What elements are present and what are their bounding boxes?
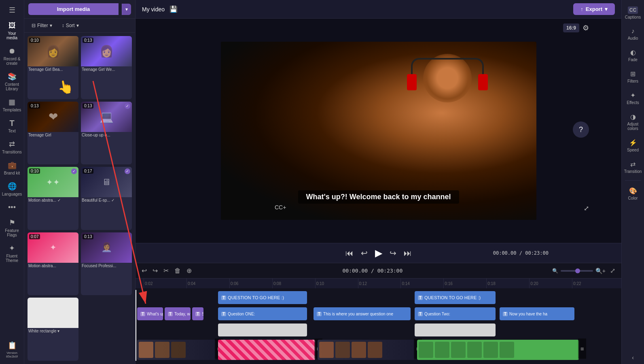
right-tool-fade[interactable]: ◐ Fade <box>623 45 643 65</box>
sidebar-item-feature-flags[interactable]: ⚑ Feature Flags <box>1 216 23 240</box>
filter-button[interactable]: ⊟ Filter ▾ <box>28 21 55 30</box>
expand-timeline-button[interactable]: ⤢ <box>609 266 616 276</box>
sidebar-item-text[interactable]: T Text <box>1 116 23 136</box>
media-item-7[interactable]: ✦ 0:07 Motion abstra... <box>28 232 78 296</box>
media-item-5[interactable]: ✦✦ 0:10 ✓ Motion abstra... ✓ <box>28 167 78 230</box>
clip-today[interactable]: T Today, w <box>165 307 191 320</box>
export-chevron-icon: ▾ <box>605 6 608 12</box>
right-tool-captions[interactable]: CC Captions <box>623 3 643 23</box>
media-item-3[interactable]: ❤ 0:13 Teenage Girl <box>28 102 78 165</box>
sidebar-item-more[interactable]: ••• <box>1 200 23 214</box>
help-button[interactable]: ? <box>573 121 589 138</box>
media-item-1[interactable]: 👩 0:10 Teenage Girl Bea... <box>28 36 78 99</box>
media-item-8[interactable]: 👩‍💼 0:13 Focused Professi... <box>81 232 132 296</box>
video-clip-green[interactable] <box>417 340 579 360</box>
video-clip-pink[interactable] <box>218 340 315 360</box>
right-tool-color[interactable]: 🎨 Color <box>623 184 643 204</box>
import-media-button[interactable]: Import media <box>28 3 119 15</box>
fast-forward-button[interactable]: ↪ <box>390 248 396 258</box>
sidebar-item-your-media[interactable]: 🖼 Your media <box>1 19 23 43</box>
sidebar-collapse-button[interactable]: ‹ <box>632 354 634 361</box>
right-tool-audio[interactable]: ♪ Audio <box>623 24 643 44</box>
time-display: 00:00.00 / 00:23:00 <box>493 250 549 256</box>
clip-whatsup[interactable]: T What's up? <box>137 307 163 320</box>
sidebar-item-version: 📋 Version 85e2b0f <box>1 338 23 361</box>
clip-now-you-have[interactable]: T Now you have the ha <box>500 307 574 320</box>
clip-question-2[interactable]: T QUESTION TO GO HERE :) <box>415 291 496 304</box>
export-button[interactable]: ↑ Export ▾ <box>573 3 615 15</box>
record-icon: ⏺ <box>8 47 17 55</box>
cut-button[interactable]: ✂ <box>162 266 170 276</box>
media-duration-1: 0:10 <box>29 38 40 43</box>
transition-label: Transition <box>624 169 642 174</box>
duplicate-button[interactable]: ⊕ <box>185 266 193 276</box>
filters-icon: ⊞ <box>630 70 636 78</box>
fullscreen-button[interactable]: ⤢ <box>584 204 589 212</box>
zoom-in-icon[interactable]: 🔍+ <box>595 268 606 274</box>
project-name[interactable]: My video <box>142 6 165 13</box>
media-label-1: Teenage Girl Bea... <box>28 66 78 73</box>
sidebar-hamburger[interactable]: ☰ <box>1 3 23 17</box>
right-tool-transition[interactable]: ⇄ Transition <box>623 157 643 177</box>
clip-answer-one[interactable]: T This is where you answer question one <box>314 307 411 320</box>
timeline-tracks[interactable]: T QUESTION TO GO HERE :) T QUESTION TO G… <box>136 288 621 364</box>
clip-s[interactable]: T S <box>192 307 203 320</box>
clip-question-two[interactable]: T Question Two: <box>415 307 496 320</box>
fluent-theme-icon: ✦ <box>8 244 17 253</box>
right-tool-speed[interactable]: ⚡ Speed <box>623 136 643 155</box>
media-item-6[interactable]: 🖥 0:17 ✓ Beautiful E-sp... ✓ <box>81 167 132 230</box>
sidebar-item-transitions[interactable]: ⇄ Transitions <box>1 137 23 157</box>
sidebar-item-brand-kit[interactable]: 💼 Brand kit <box>1 158 23 178</box>
redo-button[interactable]: ↪ <box>151 266 159 276</box>
media-item-9[interactable]: White rectangle ▾ <box>28 298 78 361</box>
delete-button[interactable]: 🗑 <box>173 266 182 276</box>
media-item-2[interactable]: 👩 0:13 Teenage Girl We... <box>81 36 132 99</box>
fluent-theme-label: Fluent Theme <box>3 254 21 263</box>
ruler-mark-2: 0:06 <box>229 279 272 288</box>
white-rect-2[interactable] <box>415 324 496 336</box>
captions-icon: CC <box>628 6 638 14</box>
zoom-out-icon[interactable]: 🔍 <box>552 268 558 274</box>
skip-forward-button[interactable]: ⏭ <box>404 249 412 258</box>
sidebar-item-record[interactable]: ⏺ Record & create <box>1 44 23 68</box>
ruler-mark-8: 0:18 <box>486 279 529 288</box>
media-item-4[interactable]: 💻 0:13 ✓ Close-up up o... <box>81 102 132 165</box>
right-tool-filters[interactable]: ⊞ Filters <box>623 67 643 87</box>
media-label-5: Motion abstra... ✓ <box>28 197 78 204</box>
clip-label-q2: QUESTION TO GO HERE :) <box>424 295 481 300</box>
main-content: My video 💾 ↑ Export ▾ 16:9 ⚙ <box>136 0 621 364</box>
undo-button[interactable]: ↩ <box>140 266 148 276</box>
rewind-button[interactable]: ↩ <box>361 248 368 258</box>
clip-question-one[interactable]: T Question ONE: <box>218 307 307 320</box>
sidebar-item-content-library[interactable]: 📚 Content Library <box>1 70 23 94</box>
video-clip-dark-1[interactable] <box>137 340 216 360</box>
sidebar-item-fluent-theme[interactable]: ✦ Fluent Theme <box>1 241 23 265</box>
brand-kit-icon: 💼 <box>8 161 17 170</box>
media-label-2: Teenage Girl We... <box>81 66 132 73</box>
right-tool-effects[interactable]: ✦ Effects <box>623 88 643 108</box>
settings-icon[interactable]: ⚙ <box>583 23 589 32</box>
adjust-colors-label: Adjust colors <box>625 122 642 131</box>
transition-icon: ⇄ <box>630 160 636 168</box>
clip-question-1[interactable]: T QUESTION TO GO HERE :) <box>218 291 307 304</box>
media-duration-4: 0:13 <box>83 103 93 109</box>
timeline-time-display: 00:00.00 / 00:23:00 <box>343 268 403 274</box>
play-pause-button[interactable]: ▶ <box>375 247 382 259</box>
effects-icon: ✦ <box>630 92 636 99</box>
sidebar-item-templates[interactable]: ▦ Templates <box>1 95 23 115</box>
video-clip-dark-2[interactable] <box>318 340 415 360</box>
media-duration-2: 0:13 <box>83 38 93 43</box>
save-icon[interactable]: 💾 <box>169 5 178 13</box>
ruler-mark-3: 0:08 <box>272 279 315 288</box>
closed-captions-button[interactable]: CC+ <box>273 202 288 212</box>
zoom-controls: 🔍 🔍+ <box>552 268 606 274</box>
playback-controls: ⏮ ↩ ▶ ↪ ⏭ 00:00.00 / 00:23:00 <box>136 243 621 263</box>
skip-back-button[interactable]: ⏮ <box>345 249 354 258</box>
sidebar-item-languages[interactable]: 🌐 Languages <box>1 179 23 199</box>
white-rect-1[interactable] <box>218 324 307 336</box>
zoom-slider[interactable] <box>561 270 593 272</box>
sort-button[interactable]: ↕ Sort ▾ <box>59 21 82 30</box>
right-tool-adjust-colors[interactable]: ◑ Adjust colors <box>623 110 643 134</box>
import-media-arrow-button[interactable]: ▾ <box>122 4 131 15</box>
ruler-mark-7: 0:16 <box>443 279 486 288</box>
